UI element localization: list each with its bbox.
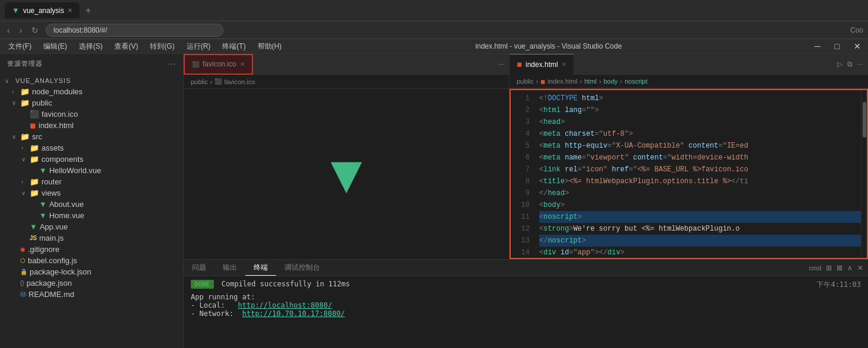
sidebar-item-home[interactable]: ▼ Home.vue [0, 210, 183, 221]
done-badge: DONE [191, 280, 214, 289]
preview-menu-icon[interactable]: ··· [494, 60, 509, 68]
local-url[interactable]: http://localhost:8080/ [238, 301, 332, 309]
more-icon[interactable]: ··· [857, 60, 863, 68]
network-url[interactable]: http://10.70.10.17:8080/ [242, 309, 345, 318]
compiled-msg: Compiled successfully in 112ms [222, 280, 350, 288]
sidebar-menu-icon[interactable]: ··· [167, 59, 176, 68]
code-line-4: <meta charset="utf-8"> [539, 128, 861, 140]
close-button[interactable]: ✕ [849, 40, 866, 52]
sidebar-item-gitignore[interactable]: ◉ .gitignore [0, 244, 183, 255]
project-chevron: ∨ [5, 78, 12, 84]
folder-chevron: ∨ [21, 156, 28, 162]
browser-tab[interactable]: ▼ vue_analysis ✕ [5, 2, 79, 18]
menu-terminal[interactable]: 终端(T) [216, 40, 251, 53]
sidebar-item-readme[interactable]: Ⓜ README.md [0, 289, 183, 300]
ln-1: 1 [513, 92, 530, 104]
tab-terminal[interactable]: 终端 [245, 260, 276, 276]
tab-index-html[interactable]: ◼ index.html ✕ [510, 54, 574, 75]
bc-sep1: › [536, 78, 539, 85]
tab-close-icon[interactable]: ✕ [68, 7, 72, 14]
code-line-7: <link rel="icon" href="<%= BASE_URL %>fa… [539, 164, 861, 175]
reload-button[interactable]: ↻ [29, 24, 41, 36]
close-terminal-icon[interactable]: ⊠ [837, 264, 843, 272]
item-label: index.html [39, 121, 73, 130]
html-file-icon: ◼ [517, 60, 522, 68]
menu-help[interactable]: 帮助(H) [252, 40, 288, 53]
expand-icon[interactable]: ∧ [847, 264, 853, 272]
code-line-10: <body> [539, 199, 861, 211]
sidebar-item-src[interactable]: ∨ 📁 src [0, 131, 183, 142]
tab-issues[interactable]: 问题 [184, 260, 214, 275]
sidebar-item-package-lock[interactable]: 🔒 package-lock.json [0, 266, 183, 277]
sidebar-item-views[interactable]: ∨ 📁 views [0, 187, 183, 199]
sidebar-item-index-html[interactable]: ◼ index.html [0, 120, 183, 131]
sidebar-item-babel[interactable]: ⬡ babel.config.js [0, 255, 183, 266]
ln-14: 14 [513, 247, 530, 258]
item-label: README.md [28, 290, 74, 299]
scrollbar-thumb [863, 102, 866, 138]
maximize-button[interactable]: □ [830, 40, 844, 52]
address-input[interactable] [46, 24, 223, 37]
code-line-12: <strong>We're sorry but <%= htmlWebpackP… [539, 223, 861, 235]
split-terminal-icon[interactable]: ⊞ [826, 264, 832, 272]
sidebar-item-favicon[interactable]: ⬛ favicon.ico [0, 108, 183, 120]
sidebar-item-app[interactable]: ▼ App.vue [0, 221, 183, 232]
sidebar-item-package[interactable]: {} package.json [0, 277, 183, 289]
item-label: .gitignore [28, 245, 59, 254]
code-scrollbar[interactable] [861, 90, 867, 258]
sidebar-item-router[interactable]: › 📁 router [0, 176, 183, 187]
tab-output[interactable]: 输出 [214, 260, 245, 275]
back-button[interactable]: ‹ [5, 24, 12, 36]
ico-file-icon: ⬛ [192, 61, 199, 68]
sidebar-item-public[interactable]: ∨ 📁 public [0, 97, 183, 108]
babel-icon: ⬡ [20, 257, 25, 264]
ln-4: 4 [513, 128, 530, 140]
sidebar-item-about[interactable]: ▼ About.vue [0, 199, 183, 210]
tab-label: vue_analysis [23, 7, 64, 15]
new-tab-button[interactable]: + [82, 4, 94, 17]
vue-logo: ▼ [320, 148, 373, 201]
sidebar-item-components[interactable]: ∨ 📁 components [0, 154, 183, 165]
tab-debug[interactable]: 调试控制台 [276, 260, 328, 275]
folder-icon: 📁 [30, 155, 39, 164]
item-label: router [41, 177, 62, 186]
tab-favicon[interactable]: ⬛ favicon.ico ✕ [184, 54, 253, 75]
md-icon: Ⓜ [20, 290, 26, 299]
breadcrumb-filename: favicon.ico [224, 78, 255, 85]
bc-sep4: › [620, 78, 623, 85]
bc-html-icon: ◼ [540, 78, 545, 85]
minimize-button[interactable]: ─ [810, 40, 825, 52]
menu-file[interactable]: 文件(F) [2, 40, 37, 53]
code-breadcrumb: public › ◼ index.html › html › body › no… [510, 75, 868, 88]
sidebar-item-main[interactable]: JS main.js [0, 232, 183, 244]
menu-view[interactable]: 查看(V) [108, 40, 144, 53]
menu-select[interactable]: 选择(S) [73, 40, 108, 53]
local-line: - Local: http://localhost:8080/ [191, 301, 861, 309]
run-icon[interactable]: ▷ [837, 60, 843, 68]
sidebar-item-node_modules[interactable]: › 📁 node_modules [0, 86, 183, 97]
tab-close-icon[interactable]: ✕ [562, 61, 566, 68]
item-label: src [32, 132, 42, 141]
project-title[interactable]: ∨ VUE_ANALYSIS [0, 75, 183, 86]
lock-icon: 🔒 [20, 269, 27, 275]
menu-run[interactable]: 运行(R) [181, 40, 217, 53]
ln-7: 7 [513, 164, 530, 175]
folder-icon: 📁 [20, 87, 30, 96]
app-running-label: App running at: [191, 293, 861, 301]
sidebar-header: 资源管理器 ··· [0, 54, 183, 73]
split-icon[interactable]: ⧉ [847, 60, 853, 68]
folder-icon: 📁 [30, 189, 39, 197]
item-label: package-lock.json [30, 267, 91, 276]
terminal-controls: cmd ⊞ ⊠ ∧ ✕ [809, 264, 868, 272]
vue-icon: ▼ [30, 222, 37, 231]
menu-goto[interactable]: 转到(G) [144, 40, 180, 53]
forward-button[interactable]: › [17, 24, 25, 36]
tab-close-icon[interactable]: ✕ [240, 61, 245, 68]
window-controls: ─ □ ✕ [810, 40, 866, 52]
sidebar-item-helloworld[interactable]: ▼ HelloWorld.vue [0, 165, 183, 176]
terminal-close-icon[interactable]: ✕ [857, 264, 863, 272]
sidebar-item-assets[interactable]: › 📁 assets [0, 142, 183, 154]
menu-edit[interactable]: 编辑(E) [37, 40, 73, 53]
terminal-content: DONE Compiled successfully in 112ms 下午4:… [184, 276, 868, 348]
bc-sep3: › [599, 78, 601, 85]
